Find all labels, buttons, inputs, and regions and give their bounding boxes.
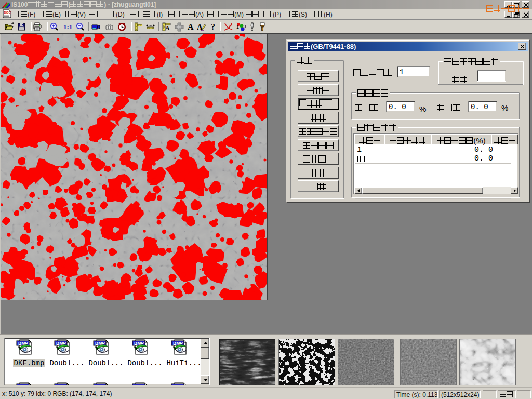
svg-text:3: 3 bbox=[244, 24, 246, 29]
svg-text:1: 1 bbox=[236, 24, 239, 30]
svg-text:1:1: 1:1 bbox=[63, 23, 72, 31]
svg-text:BMP: BMP bbox=[18, 384, 28, 386]
svg-text:?: ? bbox=[211, 22, 215, 31]
svg-text:A: A bbox=[188, 22, 194, 31]
svg-text:DOC: DOC bbox=[4, 11, 11, 14]
svg-text:BMP: BMP bbox=[95, 384, 105, 386]
svg-text:BMP: BMP bbox=[173, 384, 183, 386]
svg-text:BMP: BMP bbox=[134, 384, 144, 386]
svg-text:BMP: BMP bbox=[56, 384, 66, 386]
svg-text:A: A bbox=[165, 24, 170, 32]
